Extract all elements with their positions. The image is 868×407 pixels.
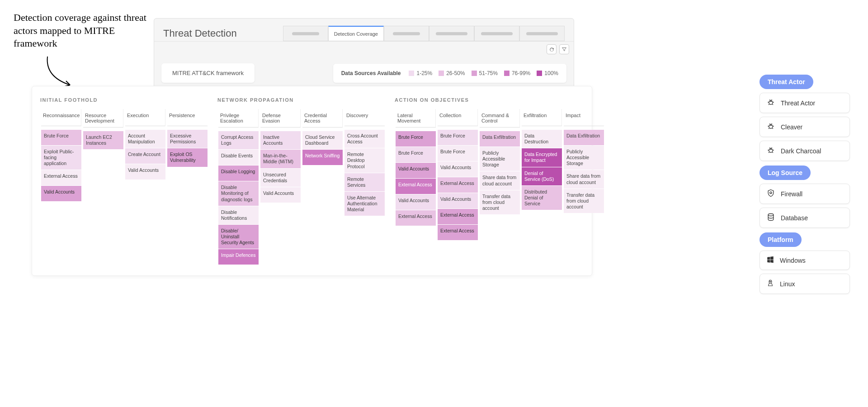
technique-cell[interactable]: Brute Force: [438, 146, 478, 161]
technique-cell[interactable]: Inactive Accounts: [260, 131, 301, 149]
filter-button[interactable]: [559, 44, 569, 54]
phase: NETWORK PROPAGATIONPrivilege EscalationC…: [217, 97, 386, 265]
technique-cell[interactable]: Valid Accounts: [41, 186, 81, 201]
tab-detection-coverage[interactable]: Detection Coverage: [328, 26, 384, 41]
header-card: Threat Detection Detection Coverage MITR…: [154, 18, 574, 92]
tab-placeholder[interactable]: [429, 26, 474, 41]
technique-cell[interactable]: Network Sniffing: [302, 150, 343, 165]
technique-cell[interactable]: Remote Desktop Protocol: [344, 148, 385, 172]
sidebar-filter-item[interactable]: Threat Actor: [760, 93, 850, 113]
technique-cell[interactable]: External Access: [41, 170, 81, 185]
technique-cell[interactable]: Valid Accounts: [125, 164, 165, 180]
technique-cell[interactable]: Impair Defences: [218, 249, 259, 265]
sidebar-group-label: Threat Actor: [760, 75, 813, 89]
technique-cell[interactable]: Data Exfiltration: [480, 131, 520, 147]
technique-cell[interactable]: Valid Accounts: [260, 187, 301, 203]
tactic-column: ReconnaissanceBrute ForceExploit Public-…: [40, 109, 82, 201]
technique-cell[interactable]: Valid Accounts: [396, 194, 436, 210]
tactic-column: Command & ControlData ExfiltrationPublic…: [479, 109, 521, 240]
technique-cell[interactable]: Disable Monitoring of diagnostic logs: [218, 181, 259, 205]
technique-cell[interactable]: External Access: [396, 179, 436, 194]
technique-cell[interactable]: Exploit OS Vulnerability: [167, 148, 208, 166]
technique-cell[interactable]: Brute Force: [396, 131, 436, 147]
technique-cell[interactable]: Account Manipulation: [125, 130, 165, 148]
sidebar-item-label: Threat Actor: [781, 99, 815, 107]
technique-cell[interactable]: Transfer data from cloud account: [480, 190, 520, 214]
sidebar-filter-item[interactable]: Cleaver: [760, 117, 850, 137]
tactic-column: Privilege EscalationCorrupt Access LogsD…: [217, 109, 259, 265]
technique-cell[interactable]: Distributed Denial of Service: [522, 186, 562, 210]
technique-cell[interactable]: External Access: [438, 225, 478, 240]
technique-cell[interactable]: Share data from cloud account: [480, 171, 520, 189]
tab-placeholder[interactable]: [519, 26, 565, 41]
technique-cell[interactable]: Unsecured Credentials: [260, 169, 301, 187]
technique-cell[interactable]: Disable Events: [218, 150, 259, 165]
technique-cell[interactable]: Use Alternate Authentication Material: [344, 192, 385, 216]
sidebar-item-label: Linux: [780, 280, 795, 288]
technique-cell[interactable]: Publicly Accessible Storage: [480, 147, 520, 171]
technique-cell[interactable]: External Access: [396, 210, 436, 226]
phase-title: ACTION ON OBJECTIVES: [395, 97, 605, 103]
sidebar-filter-item[interactable]: Linux: [760, 274, 850, 294]
legend-item: 100%: [537, 70, 558, 76]
tactic-column: PersistenceExcessive PermissionsExploit …: [166, 109, 208, 201]
technique-cell[interactable]: Brute Force: [438, 130, 478, 145]
technique-cell[interactable]: Valid Accounts: [438, 193, 478, 208]
legend-item: 76-99%: [504, 70, 530, 76]
technique-cell[interactable]: Exploit Public-facing application: [41, 146, 81, 170]
svg-point-6: [769, 281, 770, 282]
technique-cell[interactable]: Remote Services: [344, 173, 385, 191]
phase-title: NETWORK PROPAGATION: [217, 97, 386, 103]
technique-cell[interactable]: Brute Force: [41, 130, 81, 145]
technique-cell[interactable]: Brute Force: [396, 147, 436, 162]
tactic-header: Persistence: [167, 109, 208, 126]
tactic-column: ExecutionAccount ManipulationCreate Acco…: [124, 109, 166, 201]
tactic-header: Collection: [438, 109, 478, 126]
sidebar-filter-item[interactable]: Firewall: [760, 184, 850, 204]
technique-cell[interactable]: Valid Accounts: [438, 161, 478, 177]
tactic-column: CollectionBrute ForceBrute ForceValid Ac…: [437, 109, 479, 240]
technique-cell[interactable]: Create Account: [125, 148, 165, 164]
tab-placeholder[interactable]: [384, 26, 429, 41]
technique-cell[interactable]: Launch EC2 Instances: [83, 131, 123, 149]
technique-cell[interactable]: Denial of Service (DoS): [522, 167, 562, 185]
sidebar-item-label: Dark Charcoal: [781, 147, 821, 155]
mitre-matrix: INITIAL FOOTHOLDReconnaissanceBrute Forc…: [32, 86, 592, 276]
technique-cell[interactable]: Disable Notifications: [218, 206, 259, 224]
sidebar-filter-item[interactable]: Dark Charcoal: [760, 141, 850, 161]
refresh-button[interactable]: [547, 44, 557, 54]
technique-cell[interactable]: Disable Logging: [218, 166, 259, 181]
technique-cell[interactable]: Cloud Service Dashboard: [302, 131, 343, 149]
technique-cell[interactable]: Man-in-the-Middle (MiTM): [260, 150, 301, 168]
annotation-arrow-icon: [43, 54, 84, 90]
sidebar-filter-item[interactable]: Database: [760, 208, 850, 228]
technique-cell[interactable]: Share data from cloud account: [564, 170, 604, 188]
technique-cell[interactable]: Excessive Permissions: [167, 130, 208, 148]
sidebar-group-label: Platform: [760, 232, 802, 247]
technique-cell[interactable]: Data Encrypted for Impact: [522, 148, 562, 166]
tactic-column: Resource DevelopmentLaunch EC2 Instances: [82, 109, 124, 201]
technique-cell[interactable]: Data Destruction: [522, 130, 562, 148]
page-title: Threat Detection: [163, 28, 237, 39]
technique-cell[interactable]: Valid Accounts: [396, 163, 436, 178]
framework-chip[interactable]: MITRE ATT&CK framework: [161, 63, 255, 83]
technique-cell[interactable]: Cross Account Access: [344, 130, 385, 148]
tab-placeholder[interactable]: [283, 26, 328, 41]
tactic-column: Credential AccessCloud Service Dashboard…: [302, 109, 344, 265]
legend-item: 26-50%: [439, 70, 465, 76]
technique-cell[interactable]: Transfer data from cloud account: [564, 189, 604, 213]
technique-cell[interactable]: External Access: [438, 209, 478, 224]
technique-cell[interactable]: Disable/ Uninstall Security Agents: [218, 225, 259, 249]
tactic-column: ExfiltrationData DestructionData Encrypt…: [521, 109, 563, 240]
sidebar-filter-item[interactable]: Windows: [760, 251, 850, 270]
technique-cell[interactable]: Data Exfiltration: [564, 130, 604, 145]
shield-icon: [766, 189, 775, 199]
tab-placeholder[interactable]: [474, 26, 519, 41]
win-icon: [766, 256, 774, 265]
technique-cell[interactable]: Publicly Accessible Storage: [564, 146, 604, 170]
technique-cell[interactable]: Corrupt Access Logs: [218, 131, 259, 149]
bug-icon: [766, 98, 775, 108]
filter-icon: [561, 47, 567, 52]
db-icon: [766, 213, 775, 223]
technique-cell[interactable]: External Access: [438, 177, 478, 193]
